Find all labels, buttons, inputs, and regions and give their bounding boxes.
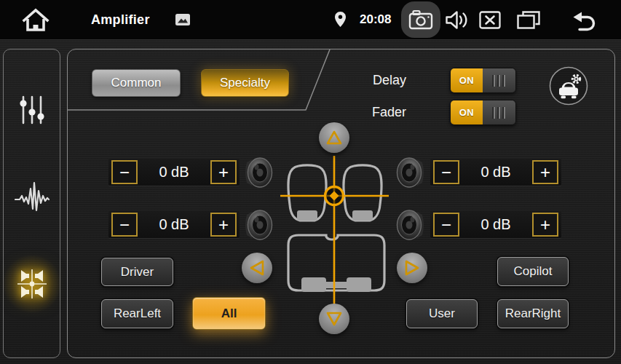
recent-apps-button[interactable] bbox=[516, 10, 541, 30]
gain-front-left-minus-button[interactable]: − bbox=[111, 160, 138, 184]
gain-rear-right-plus-button[interactable]: + bbox=[532, 213, 558, 237]
balance-left-button[interactable] bbox=[242, 253, 272, 283]
back-button[interactable] bbox=[569, 10, 598, 31]
fader-balance-icon bbox=[15, 267, 49, 301]
fader-panel: Common Specialty Delay ON Fader ON bbox=[67, 49, 615, 358]
clock: 20:08 bbox=[360, 0, 391, 39]
gain-rear-left: − 0 dB + bbox=[108, 211, 240, 238]
car-settings-button[interactable] bbox=[548, 66, 589, 106]
gain-front-left: − 0 dB + bbox=[108, 159, 240, 186]
sidebar bbox=[3, 49, 60, 358]
zone-copilot-button[interactable]: Copilot bbox=[497, 257, 569, 286]
camera-icon bbox=[408, 9, 433, 31]
tab-specialty[interactable]: Specialty bbox=[201, 69, 289, 97]
gain-rear-left-minus-button[interactable]: − bbox=[111, 213, 138, 237]
image-icon bbox=[175, 14, 190, 25]
gain-front-left-plus-button[interactable]: + bbox=[210, 160, 237, 184]
fader-toggle[interactable]: ON bbox=[450, 100, 516, 125]
close-app-button[interactable] bbox=[479, 11, 501, 29]
sidebar-item-equalizer[interactable] bbox=[11, 89, 53, 131]
volume-icon bbox=[445, 10, 469, 30]
zone-user-button[interactable]: User bbox=[406, 299, 478, 328]
sidebar-item-sound-effect[interactable] bbox=[11, 175, 53, 218]
page-title: Amplifier bbox=[91, 0, 150, 39]
fader-label: Fader bbox=[308, 99, 406, 125]
recent-apps-icon bbox=[516, 10, 541, 30]
delay-toggle-state: ON bbox=[451, 68, 483, 92]
screenshot-button[interactable] bbox=[401, 1, 440, 38]
balance-crosshair[interactable] bbox=[277, 150, 394, 314]
delay-label: Delay bbox=[308, 67, 406, 93]
status-bar: Amplifier 20:08 bbox=[0, 0, 621, 40]
gain-front-right-plus-button[interactable]: + bbox=[532, 160, 558, 184]
equalizer-icon bbox=[17, 95, 47, 124]
waveform-icon bbox=[15, 180, 50, 213]
app-background: Amplifier 20:08 bbox=[0, 0, 621, 364]
gain-rear-right-value: 0 dB bbox=[459, 211, 532, 238]
gain-rear-right-minus-button[interactable]: − bbox=[433, 213, 459, 237]
car-settings-icon bbox=[548, 66, 589, 106]
balance-right-button[interactable] bbox=[397, 253, 427, 283]
home-icon bbox=[20, 7, 51, 32]
zone-all-button[interactable]: All bbox=[192, 297, 266, 330]
speaker-front-right-icon bbox=[396, 157, 427, 189]
location-icon bbox=[334, 11, 347, 28]
close-window-icon bbox=[479, 11, 501, 29]
gain-rear-left-plus-button[interactable]: + bbox=[210, 213, 237, 237]
back-icon bbox=[569, 10, 598, 31]
volume-button[interactable] bbox=[445, 10, 469, 30]
tab-common[interactable]: Common bbox=[92, 69, 181, 97]
fader-toggle-handle bbox=[483, 100, 515, 124]
arrow-right-icon bbox=[403, 258, 421, 277]
gain-front-right-minus-button[interactable]: − bbox=[433, 160, 459, 184]
speaker-rear-right-icon bbox=[396, 209, 427, 241]
arrow-left-icon bbox=[248, 258, 266, 277]
home-button[interactable] bbox=[20, 7, 51, 32]
zone-rearleft-button[interactable]: RearLeft bbox=[101, 299, 173, 328]
zone-driver-button[interactable]: Driver bbox=[101, 258, 173, 286]
arrow-up-icon bbox=[325, 129, 344, 146]
speaker-front-left-icon bbox=[242, 157, 273, 189]
zone-rearright-button[interactable]: RearRight bbox=[497, 299, 569, 328]
speaker-rear-left-icon bbox=[242, 209, 273, 241]
fader-toggle-state: ON bbox=[451, 100, 483, 124]
gain-front-right-value: 0 dB bbox=[459, 159, 532, 186]
arrow-down-icon bbox=[325, 310, 344, 328]
sidebar-item-fader-balance[interactable] bbox=[11, 263, 53, 305]
gain-rear-right: − 0 dB + bbox=[430, 211, 561, 238]
gain-front-left-value: 0 dB bbox=[138, 159, 210, 186]
delay-toggle-handle bbox=[483, 68, 515, 92]
gain-rear-left-value: 0 dB bbox=[138, 211, 210, 238]
gain-front-right: − 0 dB + bbox=[430, 159, 561, 186]
delay-toggle[interactable]: ON bbox=[450, 68, 516, 93]
balance-down-button[interactable] bbox=[319, 304, 349, 334]
balance-up-button[interactable] bbox=[319, 122, 349, 153]
